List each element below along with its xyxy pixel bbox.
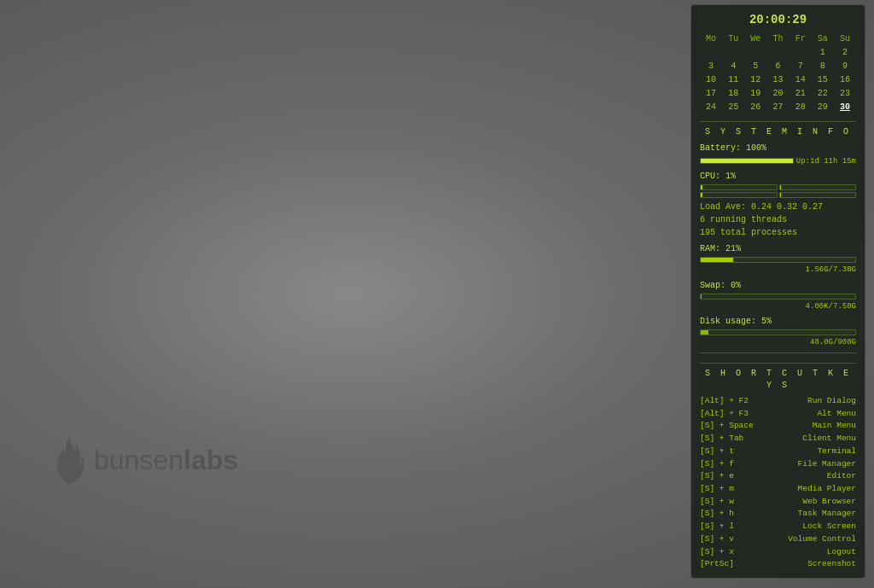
shortcut-action: Task Manager	[798, 508, 856, 521]
shortcut-row: [S] + SpaceMain Menu	[700, 420, 856, 433]
cal-day: 19	[744, 87, 766, 101]
shortcut-key: [S] + f	[700, 458, 734, 471]
logo-text-bold: labs	[184, 445, 238, 475]
cpu-bar-2	[779, 184, 857, 190]
system-info-header: S Y S T E M I N F O	[700, 121, 856, 138]
ram-label: RAM: 21%	[700, 243, 856, 255]
disk-bar-fill	[701, 330, 708, 335]
cal-day: 6	[766, 60, 789, 73]
cal-day: 21	[790, 87, 812, 101]
shortcut-key: [S] + Tab	[700, 433, 743, 445]
shortcut-key: [Alt] + F3	[700, 408, 749, 421]
cal-day: 11	[722, 73, 744, 87]
battery-bar-fill	[701, 159, 793, 163]
shortcut-key: [S] + m	[700, 483, 734, 496]
shortcut-key: [S] + v	[700, 533, 734, 546]
running-threads: 6 running threads	[700, 213, 856, 226]
logo-area: bunsenlabs	[51, 434, 238, 486]
cal-day: 17	[700, 87, 722, 101]
shortcut-row: [S] + wWeb Browser	[700, 496, 856, 509]
shortcut-row: [S] + vVolume Control	[700, 533, 856, 546]
cal-header-sa: Sa	[812, 32, 834, 46]
shortcut-action: Main Menu	[813, 420, 856, 433]
cal-day: 28	[790, 101, 812, 114]
shortcut-action: File Manager	[798, 458, 856, 471]
cal-day: 18	[722, 87, 744, 101]
cal-day	[722, 46, 744, 60]
cpu-bars	[700, 184, 856, 198]
cal-day: 29	[812, 101, 834, 114]
cal-day: 30	[834, 101, 856, 114]
shortcut-key: [Alt] + F2	[700, 395, 749, 408]
logo-text-plain: bunsen	[94, 445, 184, 475]
cal-day	[790, 46, 812, 60]
shortcut-key: [S] + h	[700, 508, 734, 521]
ram-detail: 1.56G/7.38G	[700, 265, 856, 276]
cal-header-th: Th	[766, 32, 789, 46]
battery-bar-row: Up:1d 11h 15m	[700, 156, 856, 167]
disk-bar-row	[700, 329, 856, 335]
shortcut-action: Web Browser	[802, 496, 856, 509]
disk-detail: 48.0G/908G	[700, 337, 856, 348]
shortcut-key: [S] + t	[700, 445, 734, 458]
disk-label: Disk usage: 5%	[700, 316, 856, 328]
swap-label: Swap: 0%	[700, 280, 856, 292]
shortcut-row: [S] + eEditor	[700, 470, 856, 483]
disk-bar-container	[700, 329, 856, 335]
ram-bar-container	[700, 257, 856, 263]
shortcut-action: Terminal	[817, 445, 856, 458]
swap-bar-row	[700, 294, 856, 300]
shortcut-row: [Alt] + F2Run Dialog	[700, 395, 856, 408]
shortcut-row: [S] + hTask Manager	[700, 508, 856, 521]
desktop: bunsenlabs 20:00:29 Mo Tu We Th Fr Sa Su…	[0, 0, 874, 588]
cal-header-we: We	[744, 32, 766, 46]
cal-day: 14	[790, 73, 812, 87]
cpu-bar-4	[779, 192, 857, 198]
shortcut-action: Run Dialog	[807, 395, 856, 408]
cal-day	[700, 46, 722, 60]
shortcut-key: [S] + e	[700, 470, 734, 483]
shortcut-row: [S] + TabClient Menu	[700, 433, 856, 445]
cal-day: 16	[834, 73, 856, 87]
shortcut-row: [S] + fFile Manager	[700, 458, 856, 471]
cal-day	[744, 46, 766, 60]
system-panel: 20:00:29 Mo Tu We Th Fr Sa Su 1234567891…	[690, 4, 865, 579]
shortcut-action: Screenshot	[807, 558, 856, 571]
shortcut-key: [S] + x	[700, 546, 734, 559]
cal-day: 8	[812, 60, 834, 73]
calendar-widget: Mo Tu We Th Fr Sa Su 1234567891011121314…	[700, 32, 856, 114]
shortcut-keys-header: S H O R T C U T K E Y S	[700, 363, 856, 392]
shortcut-action: Media Player	[798, 483, 856, 496]
battery-label: Battery: 100%	[700, 143, 856, 154]
cal-day: 2	[834, 46, 856, 60]
clock-display: 20:00:29	[700, 12, 856, 29]
cal-day: 10	[700, 73, 722, 87]
swap-bar-container	[700, 294, 856, 300]
cal-header-mo: Mo	[700, 32, 722, 46]
cal-day: 1	[812, 46, 834, 60]
cal-day: 3	[700, 60, 722, 73]
cal-day: 20	[766, 87, 789, 101]
shortcut-action: Client Menu	[802, 433, 856, 445]
bunsen-flame-icon	[51, 434, 85, 486]
shortcut-row: [S] + xLogout	[700, 546, 856, 559]
shortcut-section: S H O R T C U T K E Y S [Alt] + F2Run Di…	[700, 352, 856, 571]
shortcut-row: [Alt] + F3Alt Menu	[700, 408, 856, 421]
ram-bar-fill	[701, 258, 733, 262]
shortcut-row: [S] + lLock Screen	[700, 521, 856, 533]
cal-day: 13	[766, 73, 789, 87]
shortcut-key: [S] + w	[700, 496, 734, 509]
shortcut-row: [S] + tTerminal	[700, 445, 856, 458]
load-ave-text: Load Ave: 0.24 0.32 0.27	[700, 201, 856, 213]
shortcut-action: Volume Control	[788, 533, 856, 546]
cal-day: 22	[812, 87, 834, 101]
swap-detail: 4.00K/7.58G	[700, 301, 856, 312]
cal-day: 25	[722, 101, 744, 114]
shortcuts-list: [Alt] + F2Run Dialog[Alt] + F3Alt Menu[S…	[700, 395, 856, 571]
shortcut-key: [S] + l	[700, 521, 734, 533]
cpu-bar-1	[700, 184, 778, 190]
cal-day	[766, 46, 789, 60]
shortcut-action: Lock Screen	[802, 521, 856, 533]
shortcut-row: [PrtSc]Screenshot	[700, 558, 856, 571]
shortcut-key: [S] + Space	[700, 420, 754, 433]
